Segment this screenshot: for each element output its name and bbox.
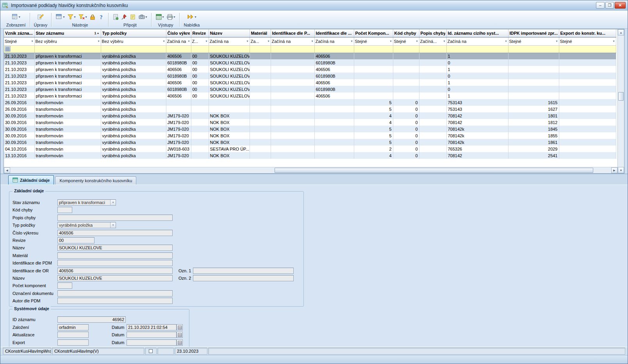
grid-cell[interactable]: 2 xyxy=(354,146,393,152)
grid-cell[interactable]: vyráběná položka xyxy=(101,86,166,92)
grid-cell[interactable]: 30.09.2016 xyxy=(4,112,34,119)
grid-cell[interactable]: 708142k xyxy=(446,126,508,132)
column-header-14[interactable]: Export do konstr. ku... xyxy=(559,29,616,37)
grid-cell[interactable]: 406506 xyxy=(314,66,354,73)
filter-operator-select-13[interactable]: Stejné▾ xyxy=(508,37,559,45)
grid-cell[interactable]: NOK BOX xyxy=(209,152,250,159)
print-button[interactable]: ▾ xyxy=(166,13,176,21)
grid-cell[interactable]: NOK BOX xyxy=(209,139,250,146)
grid-cell[interactable] xyxy=(314,132,354,139)
grid-cell[interactable] xyxy=(419,59,446,66)
grid-cell[interactable]: 13.10.2016 xyxy=(4,152,34,159)
grid-cell[interactable] xyxy=(191,119,209,126)
filter-value-input-0[interactable] xyxy=(4,45,34,53)
filter-value-input-1[interactable] xyxy=(34,45,101,53)
maximize-button[interactable]: ❐ xyxy=(605,2,614,9)
grid-cell[interactable]: JM179-020 xyxy=(166,152,191,159)
field-input-9-extra[interactable] xyxy=(193,268,294,274)
filter-clear-button[interactable]: ▾ xyxy=(77,13,88,21)
grid-cell[interactable] xyxy=(271,132,314,139)
grid-cell[interactable]: 1845 xyxy=(508,126,559,132)
grid-cell[interactable]: 406506 xyxy=(166,92,191,99)
grid-cell[interactable] xyxy=(271,73,314,79)
grid-cell[interactable]: 0 xyxy=(393,139,419,146)
grid-cell[interactable]: vyráběná položka xyxy=(101,66,166,73)
column-header-6[interactable]: Materiál xyxy=(250,29,271,37)
grid-cell[interactable]: připraven k transformaci xyxy=(34,92,101,99)
field-input-11[interactable] xyxy=(57,282,72,289)
vertical-scrollbar[interactable]: ▲ ▼ xyxy=(617,29,624,173)
grid-cell[interactable]: 00 xyxy=(191,53,209,59)
help-button[interactable]: ? xyxy=(97,13,105,21)
camera-button[interactable]: ▾ xyxy=(137,13,148,21)
grid-row-7[interactable]: 26.09.2016transformovánvyráběná položka5… xyxy=(4,99,616,106)
grid-row-6[interactable]: 21.10.2023připraven k transformacivyrábě… xyxy=(4,92,616,99)
grid-cell[interactable] xyxy=(419,146,446,152)
grid-cell[interactable]: vyráběná položka xyxy=(101,53,166,59)
grid-cell[interactable] xyxy=(419,53,446,59)
grid-cell[interactable] xyxy=(314,106,354,112)
grid-cell[interactable] xyxy=(250,86,271,92)
grid-cell[interactable] xyxy=(393,92,419,99)
grid-cell[interactable]: 1615 xyxy=(508,99,559,106)
grid-cell[interactable] xyxy=(559,59,616,66)
grid-cell[interactable] xyxy=(419,73,446,79)
grid-cell[interactable]: NOK BOX xyxy=(209,126,250,132)
grid-cell[interactable] xyxy=(314,139,354,146)
grid-cell[interactable]: vyráběná položka xyxy=(101,146,166,152)
grid-cell[interactable] xyxy=(271,66,314,73)
vertical-scroll-thumb[interactable] xyxy=(618,92,624,101)
chevron-down-icon[interactable]: ▾ xyxy=(74,15,75,19)
filter-value-input-3[interactable] xyxy=(166,45,191,53)
grid-cell[interactable]: 1801 xyxy=(508,112,559,119)
grid-cell[interactable]: 26.09.2016 xyxy=(4,106,34,112)
grid-cell[interactable]: 21.10.2023 xyxy=(4,92,34,99)
field-select-3[interactable]: vyráběná položka▾ xyxy=(57,222,116,228)
grid-cell[interactable]: SOUKOLI KUZELOVE xyxy=(209,86,250,92)
grid-cell[interactable]: transformován xyxy=(34,146,101,152)
column-header-13[interactable]: IDPK importované zpr... xyxy=(508,29,559,37)
column-header-7[interactable]: Identifikace dle P... xyxy=(271,29,314,37)
grid-cell[interactable]: SOUKOLI KUZELOVE xyxy=(209,66,250,73)
grid-cell[interactable] xyxy=(354,73,393,79)
grid-cell[interactable] xyxy=(559,99,616,106)
scroll-right-button[interactable]: ▶ xyxy=(611,167,617,173)
chevron-down-icon[interactable]: ▾ xyxy=(194,15,196,19)
filter-value-input-14[interactable] xyxy=(559,45,616,53)
column-header-9[interactable]: Počet Kompon... xyxy=(354,29,393,37)
grid-cell[interactable]: transformován xyxy=(34,119,101,126)
field-input-10-extra[interactable] xyxy=(193,275,294,281)
field-input-12[interactable] xyxy=(57,290,173,297)
filter-operator-select-2[interactable]: Bez výběru▾ xyxy=(101,37,166,45)
filter-value-input-10[interactable] xyxy=(393,45,419,53)
grid-cell[interactable]: SOUKOLI KUZELOVE xyxy=(209,53,250,59)
grid-cell[interactable] xyxy=(508,53,559,59)
field-input-1[interactable] xyxy=(57,207,72,213)
grid-cell[interactable] xyxy=(559,152,616,159)
system-field-input-0[interactable]: 46962 xyxy=(57,316,126,323)
grid-cell[interactable]: transformován xyxy=(34,132,101,139)
field-input-10[interactable]: SOUKOLI KUZELOVE xyxy=(57,275,173,281)
grid-cell[interactable]: NOK BOX xyxy=(209,112,250,119)
grid-cell[interactable] xyxy=(508,79,559,86)
system-date-input-1[interactable]: 21.10.2023 21:02:54 xyxy=(127,324,177,330)
filter-button[interactable]: ▾ xyxy=(66,13,77,21)
system-field-input-2[interactable] xyxy=(57,332,89,338)
filter-value-input-2[interactable] xyxy=(101,45,166,53)
field-input-13[interactable] xyxy=(57,298,173,304)
grid-cell[interactable] xyxy=(559,139,616,146)
grid-cell[interactable] xyxy=(559,132,616,139)
grid-cell[interactable]: 2029 xyxy=(508,146,559,152)
grid-cell[interactable] xyxy=(271,106,314,112)
grid-cell[interactable] xyxy=(419,119,446,126)
grid-row-12[interactable]: 30.09.2016transformovánvyráběná položkaJ… xyxy=(4,132,616,139)
grid-cell[interactable]: 0 xyxy=(393,112,419,119)
field-input-2[interactable] xyxy=(57,215,173,221)
grid-cell[interactable]: 1 xyxy=(446,79,508,86)
grid-cell[interactable]: 6018980B xyxy=(166,86,191,92)
grid-cell[interactable] xyxy=(271,92,314,99)
field-input-8[interactable] xyxy=(57,260,173,266)
grid-cell[interactable] xyxy=(354,53,393,59)
grid-cell[interactable] xyxy=(250,146,271,152)
grid-cell[interactable] xyxy=(271,152,314,159)
